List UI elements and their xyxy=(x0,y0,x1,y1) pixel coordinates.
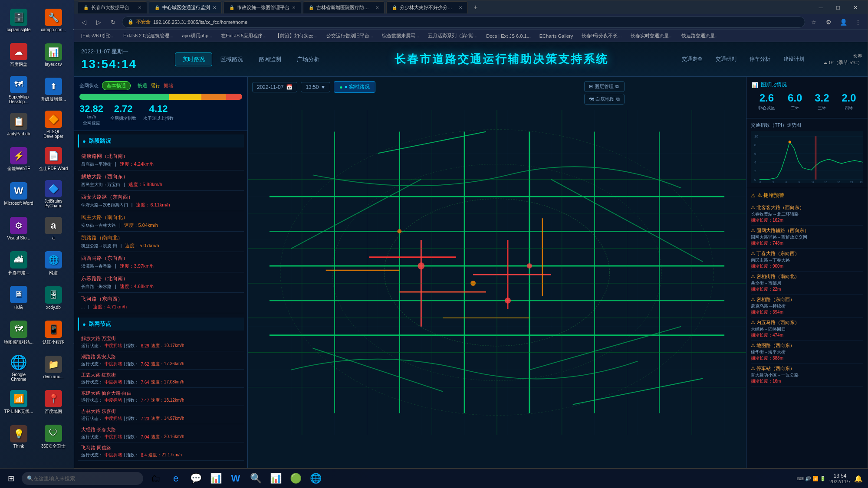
basemap-button[interactable]: 🗺 白底地图 ⧉ xyxy=(584,94,625,105)
icon-visual[interactable]: ⚙ Visual Stu... xyxy=(2,212,36,246)
bookmark-11[interactable]: 长春9号分夜不长... xyxy=(578,31,625,41)
taskbar-app-search2[interactable]: 🔍 xyxy=(247,470,265,487)
bookmark-6[interactable]: 公交运行告别旧平台... xyxy=(323,31,377,41)
taskbar-app-browser[interactable]: 🌐 xyxy=(306,470,325,487)
menu-button[interactable]: ⋮ xyxy=(852,16,864,28)
icon-baidumap[interactable]: 📍 百度地图 xyxy=(36,385,70,419)
node-item-5[interactable]: 吉林大路·乐喜街 运行状态： 中度拥堵 | 指数： 7.23 速度：14.97k… xyxy=(78,406,244,424)
taskbar-app-ie[interactable]: e xyxy=(167,470,185,487)
icon-dizhi[interactable]: 🗺 地图编辑对站... xyxy=(2,316,36,350)
close-button[interactable]: ✕ xyxy=(847,0,864,14)
browser-tab-1[interactable]: 🔒 长春市大数据平台 ✕ xyxy=(78,1,147,13)
warning-4[interactable]: ⚠ 密相街路（南向北） 共全街→市邮局 拥堵长度：22m xyxy=(751,272,863,295)
tab-close-2[interactable]: ✕ xyxy=(213,5,216,10)
icon-upgrade[interactable]: ⬆ 升级版增量... xyxy=(36,73,70,107)
browser-tab-5[interactable]: 🔒 分少林大夫好不好少分林大夫太... ✕ xyxy=(386,1,468,13)
icon-think[interactable]: 💡 Think xyxy=(2,420,36,454)
road-item-1[interactable]: 健康路网（北向南） 吕庙街→平津街 | 速度：4.24km/h xyxy=(78,150,244,170)
browser-tab-2[interactable]: 🔒 中心城区交通运行监测 ✕ xyxy=(149,1,222,13)
browser-tab-4[interactable]: 🔒 吉林省新增医院医疗防疫形态公布... ✕ xyxy=(303,1,385,13)
address-bar[interactable]: 🔒 不安全 192.168.253.31:8085/its/cc_fcd/hom… xyxy=(122,16,805,28)
icon-plsql[interactable]: 🔶 PLSQL Developer xyxy=(36,108,70,141)
bookmark-4[interactable]: 在Ext JS 5应用程序... xyxy=(217,31,270,41)
bookmark-7[interactable]: 综合数据来展写... xyxy=(378,31,423,41)
taskbar-app-word2[interactable]: W xyxy=(227,470,245,487)
icon-webwf[interactable]: ⚡ 全能WebTF xyxy=(2,142,36,176)
tab-area[interactable]: 区域路况 xyxy=(213,52,250,66)
road-item-2[interactable]: 解放大路（西向东） 西民主大街→万宝街 | 速度：5.88km/h xyxy=(78,170,244,191)
warning-6[interactable]: ⚠ 内五马路（西向东） 大经路→固略回归 拥堵长度：474m xyxy=(751,318,863,341)
taskbar-app-wechat[interactable]: 💬 xyxy=(187,470,205,487)
tab-square[interactable]: 广场分析 xyxy=(289,52,327,66)
new-tab-button[interactable]: + xyxy=(470,1,482,13)
warning-3[interactable]: ⚠ 丁春大路（东向西） 南民主路→丁春大路 拥堵长度：900m xyxy=(751,249,863,272)
tab-close-3[interactable]: ✕ xyxy=(292,5,296,10)
bookmark-1[interactable]: [ExtjsV6.0(旧)... xyxy=(78,31,118,41)
road-item-7[interactable]: 东暮路路（北向南） 长白路→朱水路 | 速度：4.68km/h xyxy=(78,272,244,293)
extensions-button[interactable]: ⚙ xyxy=(822,16,835,28)
icon-jinshan[interactable]: 📄 金山PDF Word xyxy=(36,142,70,176)
bookmark-5[interactable]: 【前沿】如何实云... xyxy=(272,31,321,41)
browser-tab-3[interactable]: 🔒 市政设施一张图管理平台 ✕ xyxy=(224,1,301,13)
icon-360[interactable]: 🛡 360安全卫士 xyxy=(36,420,70,454)
node-item-7[interactable]: 飞马路·同信路 运行状态： 中度拥堵 | 指数： 8.4 速度：21.17km/… xyxy=(78,442,244,461)
icon-supermap[interactable]: 🗺 SuperMap Desktop... xyxy=(2,73,36,107)
icon-tplink[interactable]: 📶 TP-LINK无线... xyxy=(2,385,36,419)
forward-button[interactable]: ▷ xyxy=(92,16,105,28)
taskbar-app-ppt[interactable]: 📊 xyxy=(266,470,285,487)
node-item-1[interactable]: 解放大路·万宝街 运行状态： 中度拥堵 | 指数： 6.29 速度：10.17k… xyxy=(78,333,244,351)
bookmark-2[interactable]: ExtJs6.2.0版建筑管理... xyxy=(120,31,177,41)
profile-button[interactable]: 👤 xyxy=(837,16,849,28)
traffic-map-svg[interactable] xyxy=(248,77,746,468)
bookmark-10[interactable]: ECharts Gallery xyxy=(536,31,577,41)
road-item-4[interactable]: 民主大路（南向北） 安华街→吉林大路 | 速度：5.04km/h xyxy=(78,211,244,232)
nav-traffic-analysis[interactable]: 交通研判 xyxy=(710,53,743,66)
bookmark-9[interactable]: Docs | Ext JS 6.0.1... xyxy=(483,31,534,41)
warning-1[interactable]: ⚠ 北客客大路（西向东） 长春收费站→北二环辅路 拥堵长度：162m xyxy=(751,203,863,226)
icon-word[interactable]: W Microsoft Word xyxy=(2,177,36,211)
bookmark-13[interactable]: 快速路交通流量... xyxy=(678,31,722,41)
road-item-3[interactable]: 西安大路路（东向西） 学府大路→20B距离内门 | 速度：6.11km/h xyxy=(78,191,244,211)
tab-network[interactable]: 路网监测 xyxy=(251,52,289,66)
icon-layer[interactable]: 📊 layer.csv xyxy=(36,38,70,72)
map-area[interactable]: 2022-11-07 📅 13:50 ▼ ● ● 实时路况 xyxy=(248,77,746,468)
icon-a[interactable]: a a xyxy=(36,212,70,246)
node-item-2[interactable]: 潮路路·紫安大路 运行状态： 中度拥堵 | 指数： 7.62 速度：17.36k… xyxy=(78,351,244,370)
bookmark-8[interactable]: 五月活彩系列（第2期... xyxy=(424,31,481,41)
tab-close-5[interactable]: ✕ xyxy=(459,5,462,10)
node-item-4[interactable]: 东建大路·仙台大路·自由 运行状态： 中度拥堵 | 指数： 7.47 速度：18… xyxy=(78,388,244,406)
icon-jetbrains[interactable]: 🔷 JetBrains PyCharm xyxy=(36,177,70,211)
taskbar-search[interactable]: 🔍 在这里输入来搜索 xyxy=(22,472,143,485)
icon-dem[interactable]: 📁 dem.aux... xyxy=(36,350,70,384)
icon-xampp[interactable]: 🔧 xampp-con... xyxy=(36,3,70,37)
minimize-button[interactable]: ─ xyxy=(812,0,829,14)
maximize-button[interactable]: □ xyxy=(829,0,847,14)
tab-realtime[interactable]: 实时路况 xyxy=(175,52,212,66)
nav-construction[interactable]: 建设计划 xyxy=(777,53,810,66)
bookmark-3[interactable]: ajax调用php... xyxy=(179,31,216,41)
warning-7[interactable]: ⚠ 地图路（西向东） 建华街→海平大街 拥堵长度：388m xyxy=(751,341,863,364)
warning-2[interactable]: ⚠ 固网大路辅路（西向东） 固网大路辅路→西解放立交网 拥堵长度：748m xyxy=(751,226,863,249)
warning-8[interactable]: ⚠ 停车站（西向东） 百大建功小区→一改公路 拥堵长度：16m xyxy=(751,364,863,386)
node-item-6[interactable]: 大经路·长春大路 运行状态： 中度拥堵 | 指数： 7.04 速度：20.16k… xyxy=(78,424,244,442)
warning-5[interactable]: ⚠ 密相路（东向西） 蒙克乌路→持续街 拥堵长度：394m xyxy=(751,295,863,318)
node-item-3[interactable]: 工农大路·红旗街 运行状态： 中度拥堵 | 指数： 7.64 速度：17.08k… xyxy=(78,370,244,388)
icon-wangji[interactable]: 🌐 网迹 xyxy=(36,246,70,280)
taskbar-app-weixin[interactable]: 🟢 xyxy=(286,470,305,487)
taskbar-app-excel[interactable]: 📊 xyxy=(207,470,225,487)
tab-close-4[interactable]: ✕ xyxy=(375,5,379,10)
bookmark-button[interactable]: ☆ xyxy=(808,16,820,28)
layer-manage-button[interactable]: ⊞ 图层管理 ⧉ xyxy=(584,81,625,92)
road-item-6[interactable]: 西西马路（东向西） 汉潭路→春香路 | 速度：3.97km/h xyxy=(78,252,244,272)
icon-uzxx[interactable]: 📱 认证小程序 xyxy=(36,316,70,350)
icon-baidu[interactable]: ☁ 百度网盘 xyxy=(2,38,36,72)
road-item-8[interactable]: 飞河路（东向西） ... | 速度：4.71km/h xyxy=(78,293,244,313)
taskbar-app-explorer[interactable]: 🗂 xyxy=(147,470,165,487)
icon-jadypad[interactable]: 📋 JadyPad.db xyxy=(2,108,36,141)
realtime-button[interactable]: ● ● 实时路况 xyxy=(334,81,375,93)
nav-traffic-check[interactable]: 交通走查 xyxy=(676,53,709,66)
icon-chrome[interactable]: 🌐 Google Chrome xyxy=(2,350,36,384)
icon-xcdy[interactable]: 🗄 xcdy.db xyxy=(36,281,70,315)
notification-button[interactable]: 🔔 xyxy=(854,475,863,483)
icon-dianlu[interactable]: 🖥 电脑 xyxy=(2,281,36,315)
